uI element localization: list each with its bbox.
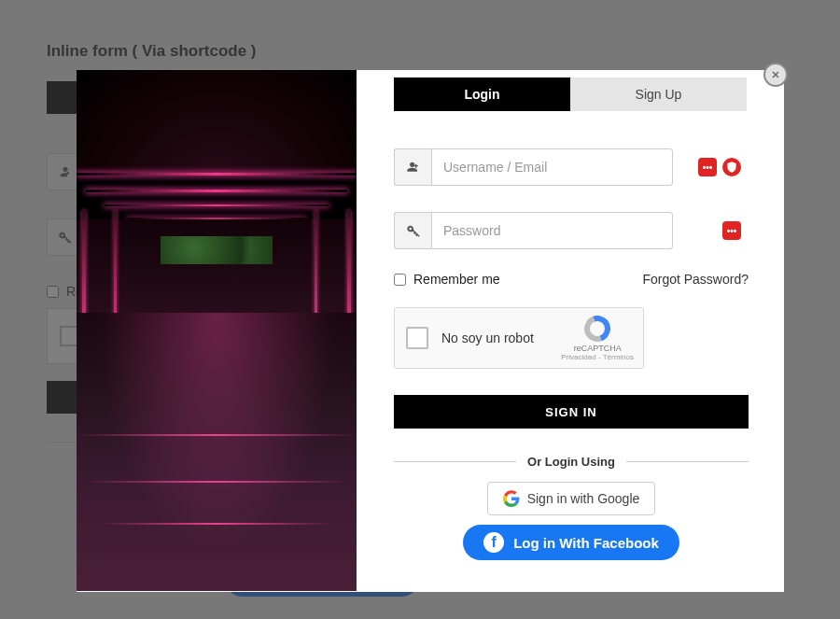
recaptcha-icon xyxy=(584,316,610,342)
modal-form-panel: Login Sign Up ••• xyxy=(357,70,784,592)
or-text: Or Login Using xyxy=(516,455,626,469)
remember-forgot-row: Remember me Forgot Password? xyxy=(394,272,749,287)
or-divider: Or Login Using xyxy=(394,455,749,469)
remember-me-text: Remember me xyxy=(413,272,500,287)
auth-tabs: Login Sign Up xyxy=(357,77,784,111)
password-manager-icon[interactable]: ••• xyxy=(722,221,741,240)
recaptcha-widget[interactable]: No soy un robot reCAPTCHA Privacidad - T… xyxy=(394,307,644,369)
remember-me-label[interactable]: Remember me xyxy=(394,272,500,287)
google-button-label: Sign in with Google xyxy=(527,491,640,506)
sign-in-button[interactable]: SIGN IN xyxy=(394,395,749,429)
tab-login[interactable]: Login xyxy=(394,77,570,111)
facebook-icon: f xyxy=(483,532,504,553)
recaptcha-checkbox[interactable] xyxy=(406,327,428,349)
facebook-button-label: Log in With Facebook xyxy=(513,535,659,551)
recaptcha-brand: reCAPTCHA xyxy=(574,344,622,353)
password-row: ••• xyxy=(394,212,749,249)
password-manager-icon[interactable]: ••• xyxy=(698,158,717,176)
username-input[interactable] xyxy=(431,148,673,186)
modal-hero-image xyxy=(77,70,357,591)
remember-me-checkbox[interactable] xyxy=(394,274,406,286)
browser-shield-icon[interactable] xyxy=(722,158,741,176)
recaptcha-logo: reCAPTCHA Privacidad - Términos xyxy=(561,316,634,361)
recaptcha-privacy: Privacidad - Términos xyxy=(561,353,634,361)
tab-signup[interactable]: Sign Up xyxy=(570,77,747,111)
social-login-buttons: Sign in with Google f Log in With Facebo… xyxy=(394,482,749,560)
facebook-login-button[interactable]: f Log in With Facebook xyxy=(463,525,679,560)
user-add-icon xyxy=(394,148,431,186)
close-button[interactable] xyxy=(763,63,788,87)
divider-line xyxy=(626,461,749,462)
divider-line xyxy=(394,461,516,462)
username-row: ••• xyxy=(394,148,749,186)
forgot-password-link[interactable]: Forgot Password? xyxy=(642,272,749,287)
key-icon xyxy=(394,212,431,249)
login-modal: Login Sign Up ••• xyxy=(77,70,784,592)
recaptcha-label: No soy un robot xyxy=(441,331,534,345)
login-form: ••• ••• Remember me xyxy=(357,111,784,560)
close-icon xyxy=(770,69,781,80)
password-input[interactable] xyxy=(431,212,673,249)
google-icon xyxy=(503,490,520,507)
google-signin-button[interactable]: Sign in with Google xyxy=(487,482,656,515)
